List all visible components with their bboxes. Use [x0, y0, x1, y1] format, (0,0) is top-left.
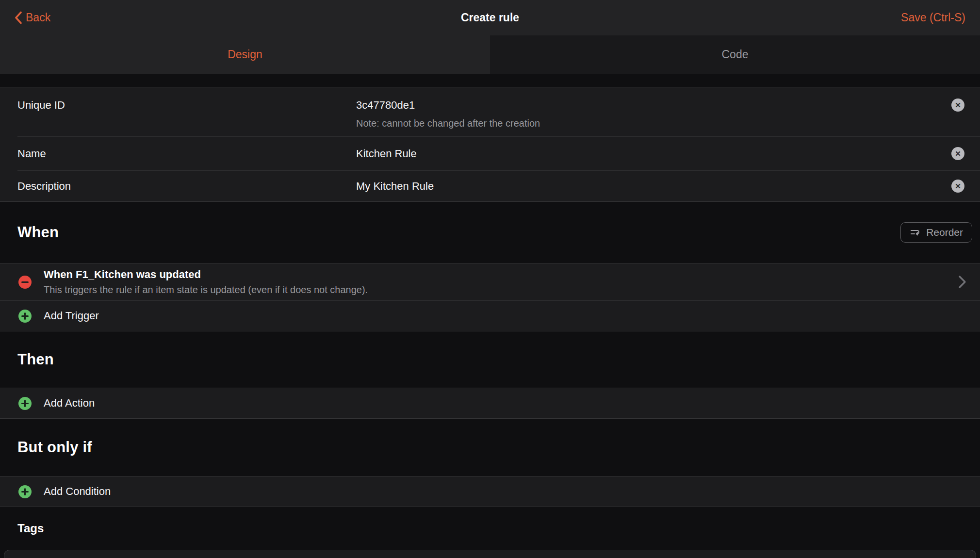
back-label: Back: [26, 11, 50, 24]
name-label: Name: [17, 148, 356, 160]
when-section-header: When Reorder: [0, 202, 980, 263]
navbar: Back Create rule Save (Ctrl-S): [0, 0, 980, 35]
unique-id-note: Note: cannot be changed after the creati…: [356, 118, 943, 129]
name-input[interactable]: Kitchen Rule: [356, 148, 943, 160]
name-row: Name Kitchen Rule ✕: [0, 137, 980, 170]
add-condition-icon: [18, 485, 32, 498]
unique-id-input[interactable]: 3c47780de1: [356, 99, 943, 112]
add-condition-label: Add Condition: [44, 485, 111, 498]
description-row: Description My Kitchen Rule ✕: [0, 171, 980, 201]
conditions-card: Add Condition: [0, 476, 980, 507]
trigger-title: When F1_Kitchen was updated: [44, 268, 951, 281]
tab-design[interactable]: Design: [0, 35, 490, 74]
tab-code[interactable]: Code: [490, 35, 980, 74]
remove-trigger-icon[interactable]: [18, 276, 32, 289]
spacer: [0, 74, 980, 87]
add-action-icon: [18, 397, 32, 410]
tab-bar: Design Code: [0, 35, 980, 74]
description-input[interactable]: My Kitchen Rule: [356, 180, 943, 193]
add-trigger-label: Add Trigger: [44, 310, 99, 322]
unique-id-row: Unique ID 3c47780de1 Note: cannot be cha…: [0, 87, 980, 136]
back-button[interactable]: Back: [15, 11, 50, 24]
when-title: When: [17, 224, 59, 241]
tags-title: Tags: [17, 522, 44, 535]
actions-card: Add Action: [0, 388, 980, 419]
triggers-card: When F1_Kitchen was updated This trigger…: [0, 263, 980, 331]
add-action-label: Add Action: [44, 397, 95, 410]
trigger-description: This triggers the rule if an item state …: [44, 284, 951, 295]
then-title: Then: [17, 351, 54, 368]
page-title: Create rule: [0, 11, 980, 24]
but-only-if-section-header: But only if: [0, 419, 980, 476]
trigger-item[interactable]: When F1_Kitchen was updated This trigger…: [0, 263, 980, 300]
add-trigger-icon: [18, 310, 32, 323]
description-label: Description: [17, 180, 356, 193]
tags-card: Semantic Class None: [4, 550, 976, 558]
add-condition-button[interactable]: Add Condition: [0, 476, 980, 507]
save-button[interactable]: Save (Ctrl-S): [901, 11, 965, 24]
then-section-header: Then: [0, 331, 980, 388]
semantic-class-row[interactable]: Semantic Class None: [4, 550, 976, 558]
chevron-right-icon: [958, 275, 966, 289]
but-only-if-title: But only if: [17, 439, 92, 456]
clear-description-icon[interactable]: ✕: [951, 180, 964, 193]
reorder-label: Reorder: [926, 227, 963, 238]
tags-section-header: Tags: [0, 507, 980, 550]
add-action-button[interactable]: Add Action: [0, 388, 980, 418]
clear-unique-id-icon[interactable]: ✕: [951, 98, 964, 112]
add-trigger-button[interactable]: Add Trigger: [0, 301, 980, 331]
reorder-icon: [910, 228, 921, 237]
reorder-button[interactable]: Reorder: [900, 222, 972, 243]
rule-form-card: Unique ID 3c47780de1 Note: cannot be cha…: [0, 87, 980, 202]
clear-name-icon[interactable]: ✕: [951, 147, 964, 160]
chevron-left-icon: [15, 11, 22, 24]
unique-id-label: Unique ID: [17, 99, 356, 112]
